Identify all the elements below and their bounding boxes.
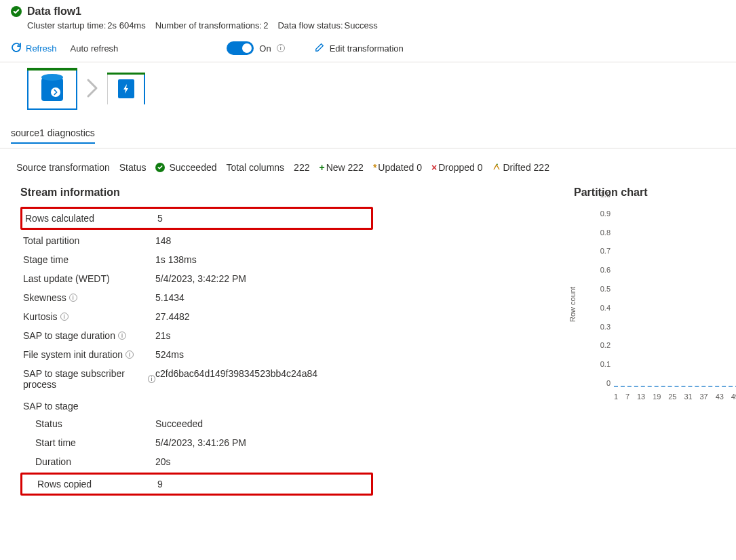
updated-stat: *Updated 0 [373,162,422,173]
auto-refresh-label: Auto refresh [71,43,119,54]
stream-info-table: Rows calculated 5 Total partition 148 St… [20,207,373,496]
sap-to-stage-title: SAP to stage [20,401,373,412]
new-stat: +New 222 [319,162,363,173]
stream-info-title: Stream information [20,186,536,199]
info-icon[interactable]: i [148,375,155,383]
skewness-row: Skewnessi 5.1434 [20,288,373,307]
total-partition-row: Total partition 148 [20,231,373,250]
info-icon[interactable]: i [125,351,134,359]
success-icon [11,6,22,17]
sap-stage-duration-row: SAP to stage durationi 21s [20,326,373,345]
sap-subscriber-row: SAP to stage subscriber processi c2fd6ba… [20,364,373,394]
stage-time-row: Stage time 1s 138ms [20,250,373,269]
fs-init-duration-row: File system init durationi 524ms [20,345,373,364]
info-icon[interactable]: i [60,313,69,321]
chevron-right-icon [80,76,104,102]
status-value: Succeeded [155,162,216,173]
total-columns-label: Total columns [227,162,285,173]
info-icon[interactable]: i [118,332,126,340]
chart-y-label: Row count [568,287,577,322]
bolt-icon [118,79,134,98]
auto-refresh-toggle[interactable] [227,41,254,55]
summary-row: Source transformation Status Succeeded T… [0,148,736,182]
tab-diagnostics[interactable]: source1 diagnostics [11,127,95,144]
source-transformation-label: Source transformation [16,162,110,173]
drifted-stat: Drifted 222 [492,162,549,173]
info-icon[interactable]: i [69,294,77,302]
info-icon[interactable]: i [277,44,285,52]
refresh-button[interactable]: Refresh [11,42,57,55]
toggle-on-label: On [259,43,271,54]
rows-calculated-row: Rows calculated 5 [20,207,373,230]
drift-icon [492,162,501,173]
dropped-stat: ×Dropped 0 [431,162,483,173]
flow-source-node[interactable] [27,68,77,110]
last-update-row: Last update (WEDT) 5/4/2023, 3:42:22 PM [20,269,373,288]
refresh-icon [11,42,22,55]
database-icon [41,77,63,101]
pencil-icon [315,43,324,54]
header-meta: Cluster startup time:2s 604ms Number of … [0,19,736,36]
flow-diagram [0,62,736,121]
edit-transformation-button[interactable]: Edit transformation [315,43,404,54]
sub-duration-row: Duration 20s [20,452,373,471]
partition-chart: Row count 00.10.20.30.40.50.60.70.80.91.… [577,203,736,406]
success-small-icon [155,163,165,172]
rows-copied-row: Rows copied 9 [20,473,373,496]
flow-sink-node[interactable] [107,73,145,104]
sub-status-row: Status Succeeded [20,414,373,433]
sub-start-row: Start time 5/4/2023, 3:41:26 PM [20,433,373,452]
kurtosis-row: Kurtosisi 27.4482 [20,307,373,326]
page-title: Data flow1 [27,5,81,18]
status-label: Status [119,162,147,173]
total-columns-value: 222 [294,162,309,173]
